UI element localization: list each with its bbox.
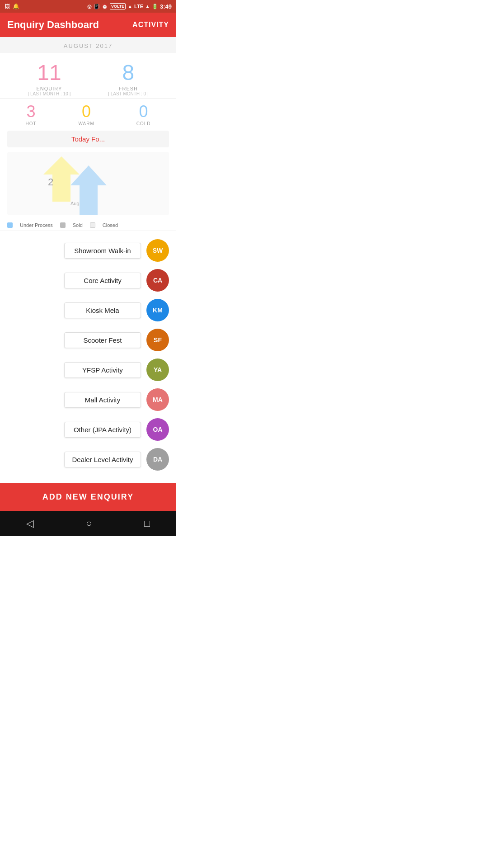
under-process-label: Under Process [20, 222, 53, 228]
fresh-count: 8 [108, 60, 148, 85]
legend-label-4: YFSP Activity [64, 362, 141, 378]
legend-label-5: Mall Activity [64, 392, 141, 408]
legend-row-0: Showroom Walk-inSW [0, 236, 176, 265]
chart-area: 2 Aug [7, 152, 169, 215]
legend-circle-3: SF [146, 329, 169, 351]
closed-dot [90, 222, 95, 228]
enquiry-count: 11 [28, 60, 70, 85]
legend-label-0: Showroom Walk-in [64, 243, 141, 259]
add-enquiry-button[interactable]: ADD NEW ENQUIRY [0, 483, 176, 511]
legend-row-2: Kiosk MelaKM [0, 295, 176, 325]
hot-label: HOT [25, 121, 36, 126]
warm-stat: 0 WARM [78, 102, 94, 126]
status-left-icons: 🖼 🔔 [5, 3, 19, 9]
legend-row-3: Scooter FestSF [0, 325, 176, 355]
back-button[interactable]: ◁ [26, 518, 34, 529]
legend-circle-2: KM [146, 299, 169, 321]
time-display: 3:49 [160, 3, 172, 10]
warm-label: WARM [78, 121, 94, 126]
home-button[interactable]: ○ [86, 518, 92, 529]
sold-dot [60, 222, 66, 228]
cold-count: 0 [136, 102, 151, 121]
hot-count: 3 [25, 102, 36, 121]
legend-label-3: Scooter Fest [64, 332, 141, 348]
chart-legend: Under Process Sold Closed [0, 220, 176, 231]
nav-bar: ◁ ○ □ [0, 511, 176, 536]
today-button[interactable]: Today Fo... [7, 131, 169, 147]
small-stats-row: 3 HOT 0 WARM 0 COLD [0, 99, 176, 128]
legend-circle-5: MA [146, 388, 169, 411]
legend-label-6: Other (JPA Activity) [64, 422, 141, 438]
legend-row-1: Core ActivityCA [0, 265, 176, 295]
fresh-sub: [ LAST MONTH : 0 ] [108, 91, 148, 96]
alarm-icon: ⏰ [102, 4, 108, 9]
app-header: Enquiry Dashboard ACTIVITY [0, 13, 176, 37]
legend-circle-0: SW [146, 239, 169, 262]
legend-circle-6: OA [146, 418, 169, 441]
notification-icon: 🔔 [13, 3, 19, 9]
chart-month-label: Aug [70, 201, 80, 206]
battery-icon: 🔋 [152, 4, 158, 9]
legend-row-4: YFSP ActivityYA [0, 355, 176, 385]
hot-stat: 3 HOT [25, 102, 36, 126]
lte-label: LTE [134, 4, 143, 9]
legend-circle-1: CA [146, 269, 169, 292]
volte-label: VOLTE [110, 3, 126, 9]
closed-label: Closed [103, 222, 118, 228]
legend-circle-4: YA [146, 359, 169, 381]
signal2-icon: ▲ [145, 4, 150, 9]
warm-count: 0 [78, 102, 94, 121]
legend-circle-7: DA [146, 448, 169, 471]
target-icon: ◎ [87, 4, 92, 9]
vibrate-icon: 📳 [94, 4, 100, 9]
chart-value-label: 2 [48, 176, 53, 188]
fresh-label: FRESH [108, 86, 148, 91]
cold-stat: 0 COLD [136, 102, 151, 126]
fresh-stat: 8 FRESH [ LAST MONTH : 0 ] [108, 60, 148, 96]
enquiry-stat: 11 ENQUIRY [ LAST MONTH : 10 ] [28, 60, 70, 96]
page-title: Enquiry Dashboard [7, 19, 99, 31]
status-right-icons: ◎ 📳 ⏰ VOLTE ▲ LTE ▲ 🔋 3:49 [87, 3, 172, 10]
under-process-dot [7, 222, 13, 228]
legend-label-2: Kiosk Mela [64, 302, 141, 318]
signal-icon: ▲ [127, 4, 132, 9]
legend-row-5: Mall ActivityMA [0, 385, 176, 415]
enquiry-sub: [ LAST MONTH : 10 ] [28, 91, 70, 96]
cold-label: COLD [136, 121, 151, 126]
recent-button[interactable]: □ [144, 518, 150, 529]
legend-label-1: Core Activity [64, 273, 141, 288]
activity-legend: Showroom Walk-inSWCore ActivityCAKiosk M… [0, 231, 176, 479]
legend-label-7: Dealer Level Activity [64, 452, 141, 467]
activity-button[interactable]: ACTIVITY [132, 21, 169, 29]
legend-row-6: Other (JPA Activity)OA [0, 415, 176, 444]
enquiry-label: ENQUIRY [28, 86, 70, 91]
status-bar: 🖼 🔔 ◎ 📳 ⏰ VOLTE ▲ LTE ▲ 🔋 3:49 [0, 0, 176, 13]
legend-row-7: Dealer Level ActivityDA [0, 444, 176, 474]
sold-label: Sold [73, 222, 83, 228]
month-label: AUGUST 2017 [0, 37, 176, 53]
photo-icon: 🖼 [5, 3, 10, 9]
stats-row: 11 ENQUIRY [ LAST MONTH : 10 ] 8 FRESH [… [0, 53, 176, 98]
